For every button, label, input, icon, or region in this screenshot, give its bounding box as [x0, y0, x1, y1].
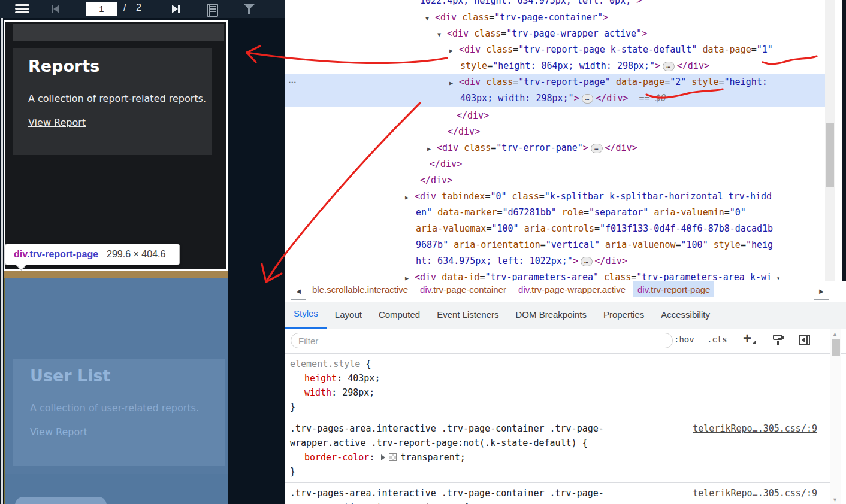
styles-filter-input[interactable]: [291, 333, 673, 348]
report-page-2-highlighted: User List A collection of user-related r…: [5, 278, 228, 504]
dom-tree-line[interactable]: ▶<div data-id="trv-parameters-area" clas…: [405, 269, 780, 282]
dom-tree-line[interactable]: ▶<div class="trv-report-page k-state-def…: [449, 42, 773, 58]
tab-accessibility[interactable]: Accessibility: [652, 302, 718, 329]
collapsed-content-icon[interactable]: …: [663, 62, 675, 71]
viewer-toolbar: 1 / 2: [0, 0, 285, 18]
collapsed-content-icon[interactable]: …: [581, 257, 593, 266]
menu-icon[interactable]: [15, 4, 29, 15]
css-rule-block: element.style {height: 403px;width: 298p…: [285, 354, 830, 418]
css-property[interactable]: width: 298px;: [290, 385, 826, 400]
css-property[interactable]: height: 403px;: [290, 371, 826, 385]
user-list-view-report-link[interactable]: View Report: [30, 426, 87, 438]
window-edge: [842, 0, 846, 303]
breadcrumb-item[interactable]: div.trv-report-page: [633, 281, 714, 297]
transparent-color-swatch-icon[interactable]: [389, 453, 397, 461]
styles-scrollbar-thumb[interactable]: [832, 339, 840, 356]
page-number-input[interactable]: 1: [86, 2, 117, 16]
dom-tree-line[interactable]: ▼<div class="trv-page-container">: [425, 10, 608, 26]
dom-tree-line[interactable]: </div>: [430, 156, 462, 172]
inspect-tooltip: div.trv-report-page299.6 × 404.6: [5, 244, 180, 265]
tooltip-dimensions: 299.6 × 404.6: [107, 249, 165, 259]
user-list-card-description: A collection of user-related reports.: [30, 402, 199, 414]
tab-properties[interactable]: Properties: [595, 302, 652, 329]
dom-tree-line[interactable]: ▼<div class="trv-page-wrapper active">: [437, 26, 647, 42]
dom-tree-line[interactable]: aria-valuemax="100" aria-controls="f013f…: [416, 221, 773, 237]
breadcrumb-item[interactable]: div.trv-page-container: [416, 281, 510, 297]
user-list-card: User List A collection of user-related r…: [13, 359, 225, 466]
css-selector: wrapper.active .trv-report-page {: [290, 500, 826, 504]
reports-card: Reports A collection of report-related r…: [13, 48, 212, 155]
new-style-rule-icon[interactable]: +: [743, 330, 751, 347]
tab-computed[interactable]: Computed: [370, 302, 428, 329]
viewer-left-edge: [1, 18, 3, 504]
breadcrumb-back-icon[interactable]: ◀: [291, 284, 306, 300]
paint-roller-icon[interactable]: [772, 333, 785, 347]
dom-tree-line[interactable]: 1022.4px; height: 634.975px; left: 0px;"…: [420, 0, 642, 9]
expand-arrow-icon[interactable]: ▶: [449, 42, 459, 59]
dom-tree-line[interactable]: en" data-marker="d67281bb" role="separat…: [416, 205, 746, 221]
last-page-icon[interactable]: [172, 5, 180, 13]
expand-arrow-icon[interactable]: ▶: [449, 75, 459, 91]
breadcrumb-forward-icon[interactable]: ▶: [814, 284, 829, 300]
report-viewer: 1 / 2 Reports A collection of report-rel…: [0, 0, 285, 504]
expand-arrow-icon[interactable]: ▶: [405, 189, 415, 205]
expand-arrow-icon[interactable]: ▶: [427, 141, 437, 157]
node-drag-handle-icon[interactable]: ⋯: [288, 74, 297, 90]
dom-tree-line[interactable]: ht: 634.975px; left: 1022px;">…</div>: [416, 253, 627, 269]
tooltip-tag: div: [14, 249, 27, 259]
document-map-icon[interactable]: [207, 4, 218, 17]
collapsed-content-icon[interactable]: …: [582, 94, 594, 104]
report-page-1: Reports A collection of report-related r…: [4, 20, 228, 271]
expand-arrow-icon[interactable]: ▶: [405, 270, 415, 282]
toggle-sidebar-icon[interactable]: [798, 333, 811, 347]
css-rule-block: .trv-pages-area.interactive .trv-page-co…: [285, 418, 830, 483]
css-selector: wrapper.active .trv-report-page:not(.k-s…: [290, 436, 826, 450]
element-classes-button[interactable]: .cls: [707, 335, 727, 344]
first-page-icon[interactable]: [52, 5, 59, 13]
dom-tree-line[interactable]: </div>: [448, 124, 480, 140]
tab-event-listeners[interactable]: Event Listeners: [428, 302, 507, 329]
reports-view-report-link[interactable]: View Report: [28, 117, 86, 128]
elements-scrollbar-thumb[interactable]: [826, 123, 834, 187]
breadcrumb: ◀ ble.scrollable.interactivediv.trv-page…: [285, 281, 846, 302]
tab-dom-breakpoints[interactable]: DOM Breakpoints: [507, 302, 595, 329]
toggle-element-state-button[interactable]: :hov: [674, 335, 694, 344]
styles-pane: :hov .cls + element.style {height: 403px…: [285, 329, 846, 504]
tab-styles[interactable]: Styles: [285, 302, 327, 329]
scroll-button[interactable]: [15, 497, 107, 504]
css-property[interactable]: border-color: transparent;: [290, 450, 826, 464]
page-total-label: / 2: [123, 2, 145, 13]
collapsed-content-icon[interactable]: …: [591, 144, 603, 153]
styles-filter-row: :hov .cls +: [285, 329, 846, 354]
expand-color-icon[interactable]: [381, 454, 385, 460]
devtools-panel: ⋯ 1022.4px; height: 634.975px; left: 0px…: [285, 0, 846, 504]
user-list-card-title: User List: [30, 366, 110, 385]
breadcrumb-item[interactable]: ble.scrollable.interactive: [308, 281, 412, 297]
tooltip-classes: .trv-report-page: [27, 249, 98, 259]
dom-tree-line[interactable]: ▶<div class="trv-report-page" data-page=…: [449, 74, 768, 90]
stylesheet-link[interactable]: telerikRepo….305.css/:9: [693, 486, 817, 500]
dom-tree-line[interactable]: 403px; width: 298px;">…</div> == $0: [460, 90, 666, 107]
dom-tree-line[interactable]: 9687b" aria-orientation="vertical" aria-…: [416, 237, 773, 253]
elements-tree: ⋯ 1022.4px; height: 634.975px; left: 0px…: [285, 0, 846, 282]
dom-tree-line[interactable]: </div>: [420, 172, 452, 189]
dom-tree-line[interactable]: </div>: [457, 108, 489, 124]
scroll-down-icon[interactable]: ▼: [832, 497, 838, 503]
page1-header-strip: [13, 24, 224, 41]
css-rule-block: .trv-pages-area.interactive .trv-page-co…: [285, 483, 830, 504]
breadcrumb-item[interactable]: div.trv-page-wrapper.active: [514, 281, 630, 297]
expand-arrow-icon[interactable]: ▼: [425, 10, 435, 26]
dom-tree-line[interactable]: ▶<div tabindex="0" class="k-splitbar k-s…: [405, 189, 772, 205]
expand-arrow-icon[interactable]: ▼: [437, 26, 447, 42]
reports-card-title: Reports: [28, 57, 99, 75]
devtools-margin-highlight: [4, 271, 228, 278]
stylesheet-link[interactable]: telerikRepo….305.css/:9: [693, 421, 817, 436]
sidebar-tabs: StylesLayoutComputedEvent ListenersDOM B…: [285, 302, 846, 329]
scroll-up-icon[interactable]: ▲: [832, 331, 838, 337]
tab-layout[interactable]: Layout: [327, 302, 370, 329]
dom-tree-line[interactable]: ▶<div class="trv-error-pane">…</div>: [427, 140, 637, 156]
dom-tree-line[interactable]: style="height: 864px; width: 298px;">…</…: [460, 58, 709, 74]
filter-funnel-icon[interactable]: [243, 4, 255, 14]
screenshot-root: 1 / 2 Reports A collection of report-rel…: [0, 0, 846, 504]
reports-card-description: A collection of report-related reports.: [28, 93, 206, 104]
